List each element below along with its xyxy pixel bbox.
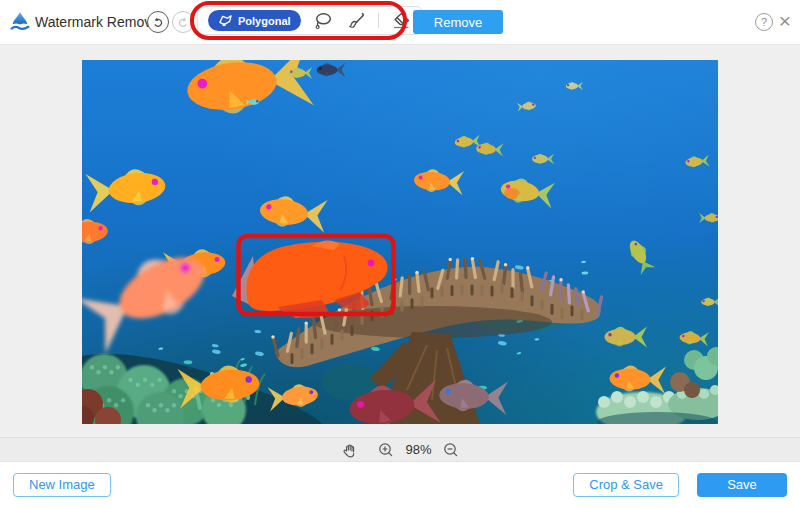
reef-photo[interactable] (82, 60, 718, 424)
polygonal-tool-button[interactable]: Polygonal (208, 10, 301, 31)
editor-canvas (0, 45, 800, 437)
lasso-icon (313, 11, 333, 31)
save-button[interactable]: Save (697, 473, 787, 497)
help-button[interactable]: ? (755, 13, 773, 31)
zoom-in-icon (378, 442, 394, 458)
app-logo-icon (9, 11, 31, 34)
crop-save-button[interactable]: Crop & Save (573, 473, 679, 497)
new-image-button[interactable]: New Image (13, 473, 111, 497)
undo-icon (152, 16, 164, 28)
brush-icon (346, 11, 366, 31)
action-bar: New Image Crop & Save Save (0, 462, 800, 507)
hand-tool-button[interactable] (339, 440, 359, 460)
zoom-controls: 98% (0, 437, 800, 462)
tool-selector: Polygonal (197, 6, 423, 35)
polygonal-lasso-icon (218, 14, 233, 27)
title-bar: Watermark Remover Polygonal (0, 0, 800, 45)
polygonal-tool-label: Polygonal (238, 15, 291, 27)
undo-button[interactable] (147, 11, 169, 33)
zoom-out-icon (443, 442, 459, 458)
lasso-tool-button[interactable] (312, 10, 334, 32)
brush-tool-button[interactable] (345, 10, 367, 32)
close-button[interactable]: × (772, 8, 798, 34)
zoom-in-button[interactable] (376, 440, 396, 460)
zoom-out-button[interactable] (441, 440, 461, 460)
save-actions: Crop & Save Save (573, 473, 787, 497)
eraser-tool-button[interactable] (390, 10, 412, 32)
eraser-icon (390, 11, 412, 31)
remove-button[interactable]: Remove (413, 10, 503, 34)
page-title: Watermark Remover (35, 0, 164, 44)
hand-icon (342, 442, 357, 458)
redo-button[interactable] (172, 11, 194, 33)
toolbar-divider (378, 13, 379, 28)
redo-icon (177, 16, 189, 28)
zoom-percent-label: 98% (405, 442, 431, 457)
